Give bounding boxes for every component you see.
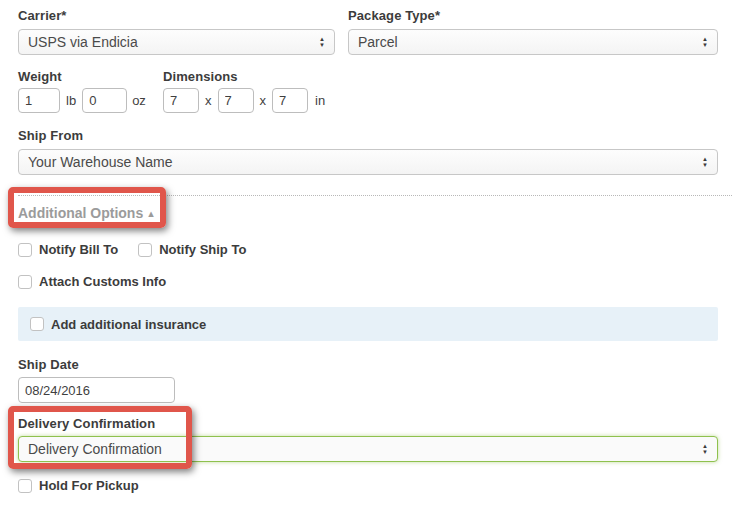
select-arrows-icon: ▲▼ <box>702 37 708 48</box>
dimension-length-input[interactable] <box>163 88 199 113</box>
hold-for-pickup-label: Hold For Pickup <box>39 478 139 493</box>
notify-ship-to-checkbox[interactable] <box>138 243 152 257</box>
dimension-separator: x <box>260 93 267 108</box>
dimension-separator: x <box>205 93 212 108</box>
carrier-select-value: USPS via Endicia <box>28 34 319 50</box>
notify-ship-to-option: Notify Ship To <box>138 242 246 257</box>
additional-options-toggle[interactable]: Additional Options ▴ <box>18 205 154 221</box>
select-arrows-icon: ▲▼ <box>702 444 708 455</box>
ship-date-label: Ship Date <box>18 357 718 372</box>
delivery-confirmation-label: Delivery Confirmation <box>18 416 718 431</box>
ship-from-select-value: Your Warehouse Name <box>28 154 702 170</box>
ship-from-label: Ship From <box>18 128 718 143</box>
add-additional-insurance-label: Add additional insurance <box>51 317 206 332</box>
delivery-confirmation-select-value: Delivery Confirmation <box>28 441 702 457</box>
dimension-height-input[interactable] <box>272 88 308 113</box>
weight-label: Weight <box>18 69 163 84</box>
weight-ounces-input[interactable] <box>82 88 127 113</box>
additional-options-label: Additional Options <box>18 205 143 221</box>
notify-bill-to-label: Notify Bill To <box>39 242 118 257</box>
carrier-package-row: Carrier* USPS via Endicia ▲▼ Package Typ… <box>18 8 718 55</box>
dimensions-label: Dimensions <box>163 69 238 84</box>
attach-customs-info-option: Attach Customs Info <box>18 274 166 289</box>
section-divider <box>18 195 732 196</box>
select-arrows-icon: ▲▼ <box>319 37 325 48</box>
package-type-select[interactable]: Parcel ▲▼ <box>348 29 718 55</box>
carrier-label: Carrier* <box>18 8 335 23</box>
package-type-label: Package Type* <box>348 8 718 23</box>
dimension-width-input[interactable] <box>218 88 254 113</box>
attach-customs-info-checkbox[interactable] <box>18 275 32 289</box>
weight-dimensions-inputs: lb oz x x in <box>18 88 718 113</box>
hold-for-pickup-row: Hold For Pickup <box>18 478 718 493</box>
pounds-unit: lb <box>66 93 76 108</box>
notify-checkbox-row: Notify Bill To Notify Ship To <box>18 242 718 257</box>
shipping-form: Carrier* USPS via Endicia ▲▼ Package Typ… <box>0 0 732 506</box>
customs-checkbox-row: Attach Customs Info <box>18 274 718 289</box>
carrier-select[interactable]: USPS via Endicia ▲▼ <box>18 29 335 55</box>
insurance-banner: Add additional insurance <box>18 307 718 341</box>
weight-dimensions-labels: Weight Dimensions <box>18 69 718 84</box>
ship-from-select[interactable]: Your Warehouse Name ▲▼ <box>18 149 718 175</box>
weight-pounds-input[interactable] <box>18 88 60 113</box>
package-type-select-value: Parcel <box>358 34 702 50</box>
notify-ship-to-label: Notify Ship To <box>159 242 246 257</box>
collapse-arrow-icon: ▴ <box>148 208 154 219</box>
delivery-confirmation-select[interactable]: Delivery Confirmation ▲▼ <box>18 436 718 462</box>
ounces-unit: oz <box>132 93 146 108</box>
inches-unit: in <box>315 93 325 108</box>
notify-bill-to-option: Notify Bill To <box>18 242 118 257</box>
hold-for-pickup-option: Hold For Pickup <box>18 478 139 493</box>
add-additional-insurance-option: Add additional insurance <box>30 317 206 332</box>
select-arrows-icon: ▲▼ <box>702 157 708 168</box>
notify-bill-to-checkbox[interactable] <box>18 243 32 257</box>
attach-customs-info-label: Attach Customs Info <box>39 274 166 289</box>
ship-date-input[interactable] <box>18 377 175 403</box>
hold-for-pickup-checkbox[interactable] <box>18 479 32 493</box>
add-additional-insurance-checkbox[interactable] <box>30 317 44 331</box>
